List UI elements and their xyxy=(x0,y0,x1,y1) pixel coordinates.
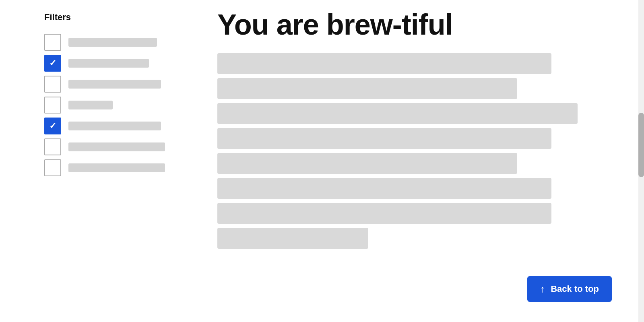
content-bar-1 xyxy=(217,53,551,74)
page-title: You are brew-tiful xyxy=(217,8,612,41)
scrollbar-thumb[interactable] xyxy=(638,113,644,177)
content-bar-5 xyxy=(217,153,517,174)
content-bar-7 xyxy=(217,203,551,224)
back-to-top-button[interactable]: ↑ Back to top xyxy=(527,276,612,302)
page-wrapper: Filters ✓ xyxy=(0,0,644,322)
content-rows xyxy=(217,53,612,249)
filter-checkbox-4[interactable] xyxy=(44,97,61,114)
content-bar-2 xyxy=(217,78,517,99)
scrollbar-track xyxy=(638,0,644,322)
filter-label-bar-3 xyxy=(68,80,161,89)
filter-item-3 xyxy=(44,76,169,93)
filter-item-4 xyxy=(44,97,169,114)
filter-checkbox-1[interactable] xyxy=(44,34,61,51)
filter-label-bar-2 xyxy=(68,59,149,68)
filter-checkbox-6[interactable] xyxy=(44,138,61,155)
filter-label-bar-7 xyxy=(68,163,165,172)
arrow-up-icon: ↑ xyxy=(540,283,545,295)
filter-item-7 xyxy=(44,159,169,176)
checkmark-icon-5: ✓ xyxy=(49,122,56,130)
filter-label-bar-5 xyxy=(68,122,161,130)
filters-title: Filters xyxy=(44,12,169,23)
filter-checkbox-7[interactable] xyxy=(44,159,61,176)
filter-checkbox-3[interactable] xyxy=(44,76,61,93)
filter-item-1 xyxy=(44,34,169,51)
filter-item-5: ✓ xyxy=(44,118,169,134)
back-to-top-label: Back to top xyxy=(551,284,599,294)
content-bar-3 xyxy=(217,103,578,124)
filter-checkbox-2[interactable]: ✓ xyxy=(44,55,61,72)
main-content: You are brew-tiful ↑ Back to top xyxy=(193,0,644,322)
filter-item-6 xyxy=(44,138,169,155)
filter-label-bar-4 xyxy=(68,101,113,109)
content-bar-6 xyxy=(217,178,551,199)
filter-label-bar-6 xyxy=(68,142,165,151)
filter-label-bar-1 xyxy=(68,38,157,47)
checkmark-icon-2: ✓ xyxy=(49,59,56,68)
filter-list: ✓ ✓ xyxy=(44,34,169,176)
content-bar-4 xyxy=(217,128,551,149)
sidebar: Filters ✓ xyxy=(0,0,193,322)
filter-item-2: ✓ xyxy=(44,55,169,72)
filter-checkbox-5[interactable]: ✓ xyxy=(44,118,61,134)
content-bar-8 xyxy=(217,228,368,249)
